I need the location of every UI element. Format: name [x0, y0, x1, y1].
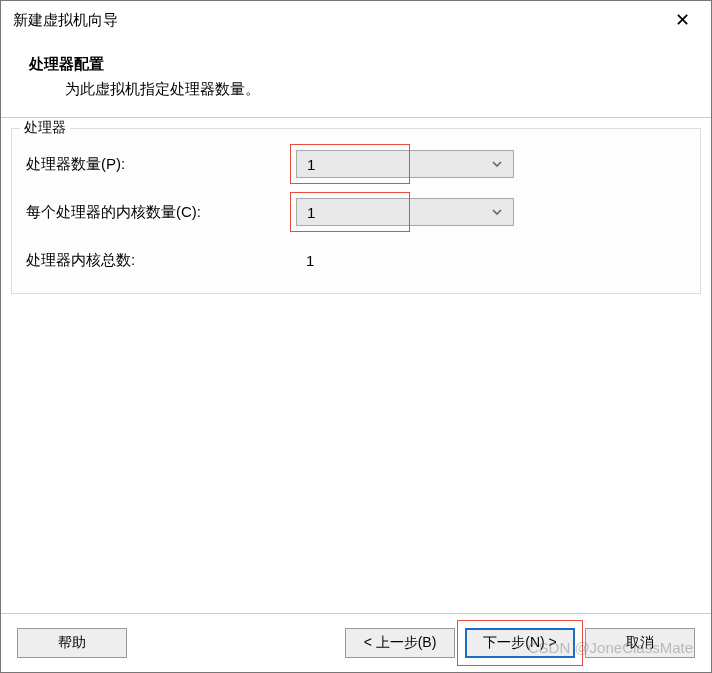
label-total: 处理器内核总数: [26, 251, 296, 270]
row-processors: 处理器数量(P): 1 [26, 149, 686, 179]
page-description: 为此虚拟机指定处理器数量。 [29, 80, 683, 99]
label-processors: 处理器数量(P): [26, 155, 296, 174]
row-total: 处理器内核总数: 1 [26, 245, 686, 275]
help-button[interactable]: 帮助 [17, 628, 127, 658]
combo-processors-value: 1 [307, 156, 491, 173]
row-cores: 每个处理器的内核数量(C): 1 [26, 197, 686, 227]
label-cores: 每个处理器的内核数量(C): [26, 203, 296, 222]
processor-group: 处理器 处理器数量(P): 1 每个处理器的内核数量(C): [11, 128, 701, 294]
combo-cores-value: 1 [307, 204, 491, 221]
chevron-down-icon [491, 158, 503, 170]
page-title: 处理器配置 [29, 55, 683, 74]
wizard-window: 新建虚拟机向导 ✕ 处理器配置 为此虚拟机指定处理器数量。 处理器 处理器数量(… [0, 0, 712, 673]
close-icon[interactable]: ✕ [665, 5, 699, 35]
total-value: 1 [296, 252, 314, 269]
chevron-down-icon [491, 206, 503, 218]
content-area: 处理器 处理器数量(P): 1 每个处理器的内核数量(C): [1, 118, 711, 613]
wizard-header: 处理器配置 为此虚拟机指定处理器数量。 [1, 39, 711, 117]
cancel-button[interactable]: 取消 [585, 628, 695, 658]
footer: 帮助 < 上一步(B) 下一步(N) > 取消 [1, 613, 711, 672]
titlebar: 新建虚拟机向导 ✕ [1, 1, 711, 39]
window-title: 新建虚拟机向导 [13, 11, 665, 30]
combo-cores[interactable]: 1 [296, 198, 514, 226]
combo-processors[interactable]: 1 [296, 150, 514, 178]
next-button[interactable]: 下一步(N) > [465, 628, 575, 658]
back-button[interactable]: < 上一步(B) [345, 628, 455, 658]
groupbox-label: 处理器 [20, 119, 70, 137]
